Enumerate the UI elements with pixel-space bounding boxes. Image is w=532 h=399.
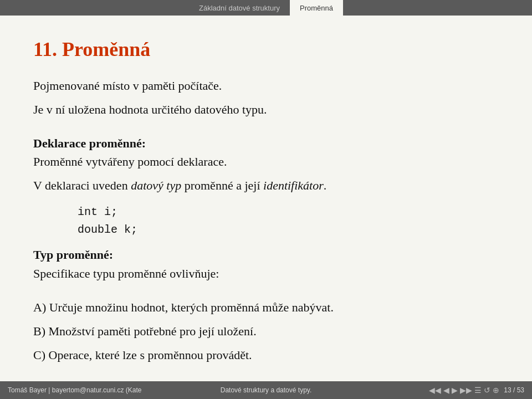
page-number: 13 / 53	[504, 386, 524, 394]
top-bar: Základní datové struktury Proměnná	[0, 0, 532, 16]
point-a: A) Určuje množinu hodnot, kterých proměn…	[33, 298, 499, 316]
code-line-2: double k;	[78, 221, 499, 239]
bottom-bar: Tomáš Bayer | bayertom@natur.cuni.cz (Ka…	[0, 381, 532, 399]
top-bar-section1[interactable]: Základní datové struktury	[189, 0, 290, 16]
declaration-title: Deklarace proměnné:	[33, 134, 499, 152]
slide-content: 11. Proměnná Pojmenované místo v paměti …	[0, 16, 532, 381]
type-title: Typ proměnné:	[33, 248, 499, 262]
bottom-author: Tomáš Bayer | bayertom@natur.cuni.cz (Ka…	[8, 386, 141, 394]
nav-last-icon[interactable]: ▶▶	[460, 386, 472, 395]
nav-zoom-icon[interactable]: ⊕	[493, 386, 499, 395]
paragraph-2: Je v ní uložena hodnota určitého datovéh…	[33, 100, 499, 119]
nav-refresh-icon[interactable]: ↺	[484, 386, 490, 395]
paragraph-1: Pojmenované místo v paměti počítače.	[33, 76, 499, 95]
nav-prev-icon[interactable]: ◀	[443, 386, 449, 395]
declaration-body: Proměnné vytvářeny pomocí deklarace.	[33, 152, 499, 171]
nav-menu-icon[interactable]: ☰	[474, 386, 482, 395]
nav-first-icon[interactable]: ◀◀	[429, 386, 441, 395]
declaration-detail: V deklaraci uveden datový typ proměnné a…	[33, 176, 499, 195]
top-bar-section2[interactable]: Proměnná	[290, 0, 343, 16]
bottom-center-text: Datové struktury a datové typy.	[221, 386, 312, 394]
slide-title: 11. Proměnná	[33, 38, 499, 61]
decl-italic2: identifikátor	[263, 178, 324, 192]
point-b: B) Množství paměti potřebné pro její ulo…	[33, 322, 499, 340]
code-block: int i; double k;	[78, 203, 499, 239]
decl-end: .	[324, 178, 327, 192]
nav-icons[interactable]: ◀◀ ◀ ▶ ▶▶ ☰ ↺ ⊕	[429, 386, 499, 395]
decl-italic1: datový typ	[131, 178, 181, 192]
bottom-right: ◀◀ ◀ ▶ ▶▶ ☰ ↺ ⊕ 13 / 53	[429, 386, 524, 395]
nav-next-icon[interactable]: ▶	[452, 386, 458, 395]
decl-normal1: V deklaraci uveden	[33, 178, 131, 192]
type-body: Specifikace typu proměnné ovlivňuje:	[33, 264, 499, 283]
decl-normal2: proměnné a její	[181, 178, 263, 192]
point-c: C) Operace, které lze s proměnnou provád…	[33, 346, 499, 364]
code-line-1: int i;	[78, 203, 499, 221]
